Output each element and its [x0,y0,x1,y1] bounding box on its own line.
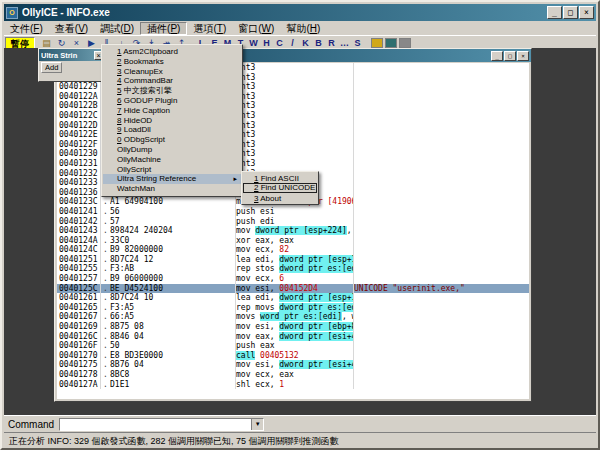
disasm-instruction: int3 [236,63,354,73]
disasm-instruction: int3 [236,159,354,169]
menubar-item-3[interactable]: 插件(P) [140,22,187,35]
disasm-instruction: xor eax, eax [236,236,354,246]
disasm-instruction: int3 [236,130,354,140]
disasm-address: 00401251 [57,255,101,265]
plugin-menu-item-8[interactable]: 9 LoadDll [103,125,241,135]
disasm-hexdump: 56 [110,207,236,217]
disasm-instruction: mov ecx, 6 [236,274,354,284]
disasm-address: 00401230 [57,149,101,159]
plugin-menu-item-2[interactable]: 3 CleanupEx [103,67,241,77]
submenu-item-2[interactable]: 3 About [243,193,317,203]
disasm-comment [354,178,529,188]
disasm-marker: . [101,293,110,303]
disasm-comment [354,226,529,236]
disasm-marker: . [101,284,110,294]
help-icon[interactable] [399,38,411,48]
status-text: 正在分析 INFO: 329 個啟發式函數, 282 個調用關聯已知, 75 個… [9,435,339,448]
plugin-menu-item-6[interactable]: 7 Hide Caption [103,106,241,116]
disasm-instruction: rep movs dword ptr es:[edi], dword ptr [… [236,303,354,313]
disasm-address: 00401269 [57,322,101,332]
menubar-item-0[interactable]: 文件(F) [4,22,49,35]
disasm-hexdump: 8B75 08 [110,322,236,332]
disasm-row[interactable]: 00401267.66:A5movs word ptr es:[edi], wo… [57,312,529,322]
disasm-address: 00401232 [57,169,101,179]
title-bar[interactable]: O OllyICE - INFO.exe _ □ × [4,4,596,21]
combo-dropdown-icon[interactable]: ▼ [251,419,263,430]
plugin-menu-item-3[interactable]: 4 CommandBar [103,76,241,86]
ultra-string-window: Ultra Strin × Add [38,48,106,82]
ultra-column-header[interactable]: Add [41,62,62,73]
disasm-hexdump: E8 BD3E0000 [110,351,236,361]
plugin-menu-item-1[interactable]: 2 Bookmarks [103,57,241,67]
disasm-address: 00401270 [57,351,101,361]
minimize-button[interactable]: _ [547,6,562,19]
close-button[interactable]: × [579,6,594,19]
menubar-item-5[interactable]: 窗口(W) [232,22,280,35]
plugin-menu-item-10[interactable]: OllyDump [103,145,241,155]
disasm-row[interactable]: 00401242.57push edi [57,217,529,227]
plugin-menu-item-0[interactable]: 1 Asm2Clipboard [103,47,241,57]
plugin-menu-item-5[interactable]: 6 GODUP Plugin [103,96,241,106]
disasm-marker: . [101,197,110,207]
disasm-row[interactable]: 00401241.56push esi [57,207,529,217]
disasm-address: 00401242 [57,217,101,227]
disasm-row[interactable]: 00401255.F3:ABrep stos dword ptr es:[edi… [57,264,529,274]
disasm-row[interactable]: 0040126C.8B46 04mov eax, dword ptr [esi+… [57,332,529,342]
plugin-menu-item-11[interactable]: OllyMachine [103,155,241,165]
disasm-address: 0040122D [57,121,101,131]
cpu-maximize-button[interactable]: □ [504,51,516,61]
disasm-row[interactable]: 00401270.E8 BD3E0000call 00405132 [57,351,529,361]
plugin-menu-item-13[interactable]: Ultra String Reference▸ [103,174,241,184]
disasm-row[interactable]: 00401257.B9 06000000mov ecx, 6 [57,274,529,284]
disasm-row[interactable]: 00401265.F3:A5rep movs dword ptr es:[edi… [57,303,529,313]
disasm-hexdump: 8BC8 [110,370,236,380]
disasm-comment [354,360,529,370]
appearance-icon[interactable] [385,38,397,48]
options-icon[interactable] [371,38,383,48]
disasm-address: 0040122C [57,111,101,121]
plugin-menu-item-14[interactable]: WatchMan [103,184,241,194]
disasm-row[interactable]: 00401275.8B76 04mov esi, dword ptr [esi+… [57,360,529,370]
disasm-address: 0040124C [57,245,101,255]
mdi-workspace: CPU - 主線程, 模塊 INFO _ □ × 00401227CCint30… [4,48,596,415]
menubar-item-2[interactable]: 調試(D) [94,22,140,35]
command-input[interactable] [60,419,251,430]
disasm-row[interactable]: 00401278.8BC8mov ecx, eax [57,370,529,380]
submenu-arrow-icon: ▸ [233,174,237,184]
disasm-row[interactable]: 00401269.8B75 08mov esi, dword ptr [ebp+… [57,322,529,332]
cpu-minimize-button[interactable]: _ [491,51,503,61]
disasm-row[interactable]: 0040125C.BE D4524100mov esi, 004152D4UNI… [57,284,529,294]
disasm-row[interactable]: 0040127A.D1E1shl ecx, 1 [57,380,529,390]
disasm-address: 00401229 [57,82,101,92]
maximize-button[interactable]: □ [563,6,578,19]
plugin-menu-item-9[interactable]: 0 ODbgScript [103,135,241,145]
cpu-close-button[interactable]: × [517,51,529,61]
menubar-item-4[interactable]: 選項(T) [187,22,232,35]
menubar-item-1[interactable]: 查看(V) [49,22,94,35]
disasm-row[interactable]: 0040124C.B9 82000000mov ecx, 82 [57,245,529,255]
disasm-row[interactable]: 00401261.8D7C24 10lea edi, dword ptr [es… [57,293,529,303]
disasm-row[interactable]: 00401243.898424 240204mov dword ptr [esp… [57,226,529,236]
plugin-menu-item-4[interactable]: 5 中文搜索引擎 [103,86,241,96]
disasm-row[interactable]: 0040124A.33C0xor eax, eax [57,236,529,246]
disasm-hexdump: 50 [110,341,236,351]
disasm-marker: . [101,312,110,322]
submenu-item-1[interactable]: 2 Find UNICODE [243,183,317,193]
disasm-hexdump: 8D7C24 10 [110,293,236,303]
disasm-comment [354,332,529,342]
ultra-title-bar[interactable]: Ultra Strin × [39,49,105,61]
plugin-menu-item-12[interactable]: OllyScript [103,165,241,175]
disasm-comment: UNICODE "userinit.exe," [354,284,529,294]
disasm-row[interactable]: 0040126F.50push eax [57,341,529,351]
plugin-menu-item-7[interactable]: 8 HideOD [103,116,241,126]
disasm-address: 0040122F [57,140,101,150]
menubar-item-6[interactable]: 幫助(H) [280,22,326,35]
disasm-hexdump: F3:A5 [110,303,236,313]
disasm-hexdump: 898424 240204 [110,226,236,236]
disasm-instruction: int3 [236,73,354,83]
disasm-row[interactable]: 00401251.8D7C24 12lea edi, dword ptr [es… [57,255,529,265]
disasm-hexdump: 33C0 [110,236,236,246]
disasm-comment [354,169,529,179]
submenu-item-0[interactable]: 1 Find ASCII [243,173,317,183]
disasm-instruction: mov eax, dword ptr [esi+4] [236,332,354,342]
